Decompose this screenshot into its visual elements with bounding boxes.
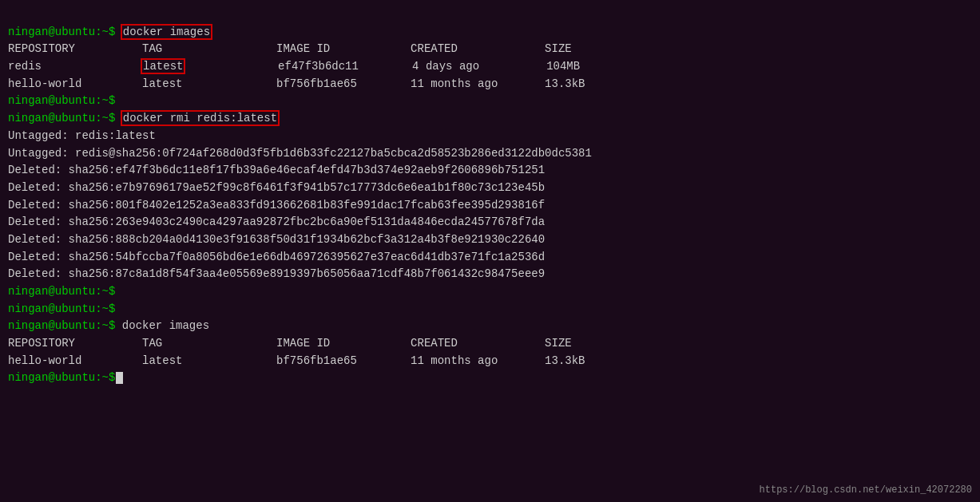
prompt-1: ningan@ubuntu:~$: [8, 26, 115, 38]
deleted-1: Deleted: sha256:ef47f3b6dc11e8f17fb39a6e…: [8, 164, 545, 176]
prompt-4: ningan@ubuntu:~$: [8, 285, 115, 298]
row-hello-world-2: hello-world latest bf756fb1ae65 11 month…: [8, 354, 585, 367]
deleted-2: Deleted: sha256:e7b97696179ae52f99c8f646…: [8, 181, 545, 194]
prompt-2: ningan@ubuntu:~$: [8, 94, 115, 107]
cmd-docker-rmi: docker rmi redis:latest: [122, 112, 278, 125]
untagged-1: Untagged: redis:latest: [8, 129, 156, 142]
deleted-5: Deleted: sha256:888cb204a0d4130e3f91638f…: [8, 233, 545, 246]
header-2: REPOSITORY TAG IMAGE ID CREATED SIZE: [8, 337, 572, 350]
deleted-3: Deleted: sha256:801f8402e1252a3ea833fd91…: [8, 199, 545, 211]
prompt-6: ningan@ubuntu:~$: [8, 319, 115, 332]
watermark: https://blog.csdn.net/weixin_42072280: [760, 484, 972, 496]
untagged-2: Untagged: redis@sha256:0f724af268d0d3f5f…: [8, 147, 592, 160]
prompt-3: ningan@ubuntu:~$: [8, 112, 115, 125]
header-1: REPOSITORY TAG IMAGE ID CREATED SIZE: [8, 42, 572, 55]
deleted-7: Deleted: sha256:87c8a1d8f54f3aa4e05569e8…: [8, 267, 545, 280]
prompt-5: ningan@ubuntu:~$: [8, 302, 115, 315]
terminal-window: ningan@ubuntu:~$ docker images REPOSITOR…: [0, 0, 980, 393]
prompt-7: ningan@ubuntu:~$: [8, 371, 115, 384]
deleted-4: Deleted: sha256:263e9403c2490ca4297aa928…: [8, 215, 545, 228]
row-redis: redis latest ef47f3b6dc11 4 days ago 104…: [8, 60, 580, 73]
cursor: [116, 372, 123, 384]
row-hello-world-1: hello-world latest bf756fb1ae65 11 month…: [8, 77, 585, 90]
deleted-6: Deleted: sha256:54bfccba7f0a8056bd6e1e66…: [8, 251, 545, 263]
cmd-docker-images-1: docker images: [122, 26, 211, 38]
